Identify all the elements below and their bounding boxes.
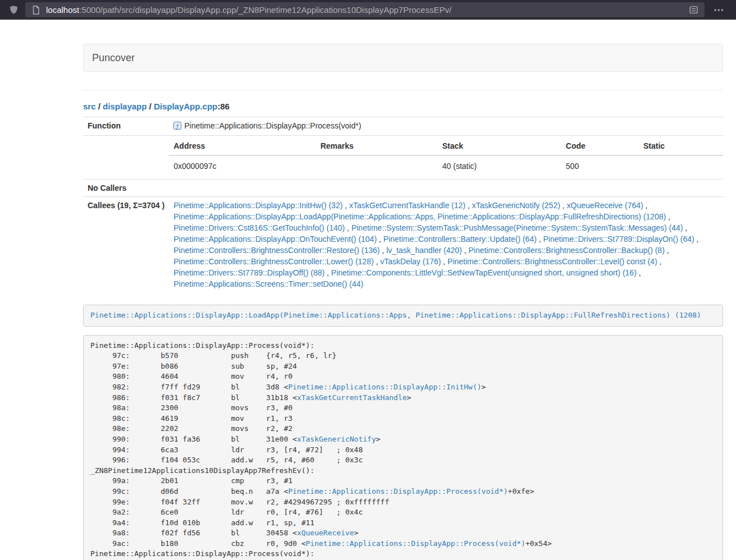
brand-link[interactable]: Puncover [92,52,135,64]
column-header-code: Code [561,139,639,155]
url-host: localhost [46,5,79,15]
page-container: Puncover src / displayapp / DisplayApp.c… [83,20,723,560]
stats-row-label [83,136,169,180]
static-value [639,155,723,176]
page-icon[interactable] [30,6,42,15]
callee-link[interactable]: Pinetime::System::SystemTask::PushMessag… [351,223,683,232]
disassembly-symbol-link[interactable]: Pinetime::Applications::DisplayApp::Init… [288,383,481,391]
callee-link[interactable]: xTaskGetCurrentTaskHandle (12) [349,201,465,210]
shield-icon[interactable] [7,5,21,15]
column-header-static: Static [639,139,723,155]
code-value: 500 [561,155,639,176]
reader-view-icon-glyph [689,6,698,14]
callee-link[interactable]: Pinetime::Controllers::BrightnessControl… [173,246,380,255]
callers-cell [169,180,723,197]
page-icon-glyph [32,6,40,15]
callee-link[interactable]: Pinetime::Drivers::St7789::DisplayOff() … [173,268,324,277]
breadcrumb-line-number: :86 [217,102,230,111]
browser-toolbar: localhost:5000/path/src/displayapp/Displ… [0,0,736,20]
breadcrumb-link-displayapp[interactable]: displayapp [103,102,147,111]
callee-link[interactable]: xTaskGenericNotify (252) [472,201,560,210]
callee-link[interactable]: Pinetime::Applications::DisplayApp::Load… [173,212,666,221]
no-callers-label: No Callers [83,180,169,197]
callee-link[interactable]: Pinetime::Applications::DisplayApp::OnTo… [173,235,377,244]
disassembly-symbol-link[interactable]: Pinetime::Applications::DisplayApp::Proc… [288,487,508,495]
callees-label: Callees (19, Σ=3704 ) [83,197,169,293]
disassembly-symbol-link[interactable]: Pinetime::Applications::DisplayApp::Proc… [306,539,525,548]
function-name: Pinetime::Applications::DisplayApp::Proc… [184,121,361,130]
disassembly-symbol-link[interactable]: xQueueReceive [297,529,354,537]
callers-row: No Callers [83,180,723,197]
reader-view-icon[interactable] [687,6,700,14]
callee-link[interactable]: Pinetime::Controllers::BrightnessControl… [468,246,664,255]
callee-link[interactable]: Pinetime::Components::LittleVgl::SetNewT… [331,268,637,277]
callee-link[interactable]: xQueueReceive (764) [567,201,643,210]
stats-value-row: 0x0000097c 40 (static) 500 [169,155,723,176]
function-name-cell: ƒ Pinetime::Applications::DisplayApp::Pr… [169,117,723,136]
stack-value: 40 (static) [438,155,561,176]
url-bar[interactable]: localhost:5000/path/src/displayapp/Displ… [25,2,705,17]
callee-link[interactable]: lv_task_handler (420) [386,246,462,255]
breadcrumb-link-file[interactable]: DisplayApp.cpp [154,102,217,111]
snippet-link[interactable]: Pinetime::Applications::DisplayApp::Load… [90,311,701,319]
column-header-stack: Stack [438,139,561,155]
disassembly-symbol-link[interactable]: xTaskGenericNotify [297,435,376,443]
function-type-icon: ƒ [173,121,181,132]
callee-link[interactable]: vTaskDelay (176) [380,257,441,266]
callees-row: Callees (19, Σ=3704 ) Pinetime::Applicat… [83,197,723,293]
menu-icon[interactable]: ⋯ [709,4,729,15]
url-text: localhost:5000/path/src/displayapp/Displ… [46,5,687,15]
callee-link[interactable]: Pinetime::Controllers::BrightnessControl… [173,257,373,266]
callee-link[interactable]: Pinetime::Drivers::Cst816S::GetTouchInfo… [173,223,345,232]
callee-link[interactable]: Pinetime::Controllers::Battery::Update()… [383,235,537,244]
breadcrumb-separator: / [96,102,103,111]
stats-table: Address Remarks Stack Code Static 0x0000… [169,139,723,176]
callee-link[interactable]: Pinetime::Applications::DisplayApp::Init… [173,201,342,210]
remarks-value [316,155,438,176]
breadcrumb-link-src[interactable]: src [83,102,96,111]
stats-header-row: Address Remarks Stack Code Static [169,139,723,155]
shield-icon-glyph [9,5,19,15]
stats-cell: Address Remarks Stack Code Static 0x0000… [169,136,723,180]
callees-list: Pinetime::Applications::DisplayApp::Init… [169,197,723,293]
callee-link[interactable]: Pinetime::Drivers::St7789::DisplayOn() (… [543,235,694,244]
breadcrumb: src / displayapp / DisplayApp.cpp:86 [83,102,723,111]
address-value: 0x0000097c [169,155,316,176]
url-path: :5000/path/src/displayapp/DisplayApp.cpp… [79,5,451,15]
app-navbar: Puncover [83,44,723,72]
function-row: Function ƒ Pinetime::Applications::Displ… [83,117,723,136]
snippet-box: Pinetime::Applications::DisplayApp::Load… [83,305,723,327]
divider [83,90,723,90]
symbol-table: Function ƒ Pinetime::Applications::Displ… [83,117,723,292]
column-header-address: Address [169,139,316,155]
column-header-remarks: Remarks [316,139,438,155]
callee-link[interactable]: Pinetime::Controllers::BrightnessControl… [447,257,657,266]
function-row-label: Function [83,117,169,136]
disassembly-code: Pinetime::Applications::DisplayApp::Proc… [83,335,723,560]
callee-link[interactable]: Pinetime::Applications::Screens::Timer::… [173,279,363,288]
breadcrumb-separator: / [147,102,154,111]
stats-row: Address Remarks Stack Code Static 0x0000… [83,136,723,180]
disassembly-symbol-link[interactable]: xTaskGetCurrentTaskHandle [297,393,407,402]
